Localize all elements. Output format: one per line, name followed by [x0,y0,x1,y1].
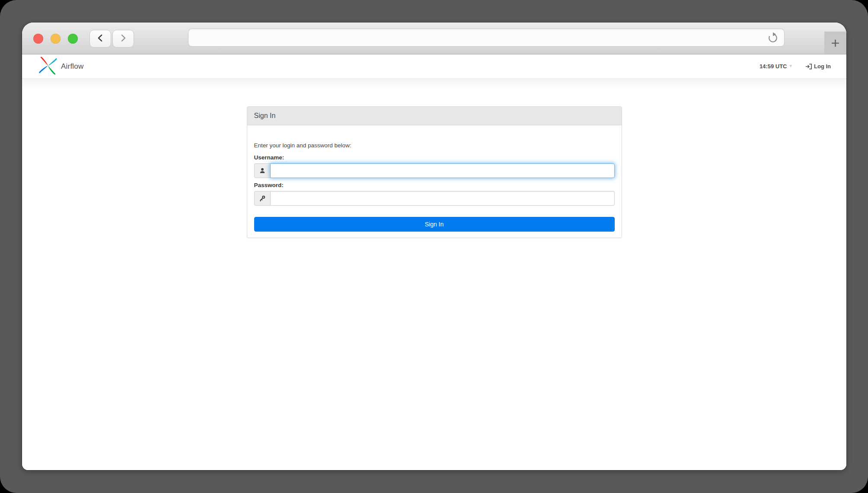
airflow-brand-link[interactable]: Airflow [38,57,83,76]
login-label: Log In [814,63,831,70]
signin-panel: Sign In Enter your login and password be… [247,106,622,238]
forward-button[interactable] [112,30,134,48]
password-label: Password: [254,182,615,188]
clock-dropdown[interactable]: 14:59 UTC ▾ [760,63,792,70]
refresh-button[interactable] [767,32,779,44]
sign-in-icon [805,63,813,70]
chevron-left-icon [96,33,105,45]
username-input[interactable] [270,163,615,178]
username-addon [254,163,270,178]
signin-intro-text: Enter your login and password below: [254,142,615,149]
chevron-right-icon [119,33,128,45]
desktop-background: + Airflow [0,0,868,493]
new-tab-button[interactable]: + [824,32,846,54]
browser-toolbar: + [22,22,846,54]
password-addon [254,191,270,206]
password-input[interactable] [270,191,615,206]
password-input-group [254,191,615,206]
url-input[interactable] [195,30,756,45]
address-bar[interactable] [188,29,785,47]
brand-label: Airflow [61,62,83,71]
airflow-logo-icon [38,57,58,76]
plus-icon: + [831,35,840,51]
clock-label: 14:59 UTC [760,63,787,70]
signin-panel-title: Sign In [254,112,276,119]
maximize-window-button[interactable] [68,34,78,44]
page-content: Sign In Enter your login and password be… [22,79,846,470]
close-window-button[interactable] [33,34,43,44]
nav-login-link[interactable]: Log In [805,63,831,70]
signin-button[interactable]: Sign In [254,217,615,232]
refresh-icon [767,39,779,45]
minimize-window-button[interactable] [51,34,61,44]
navbar-right: 14:59 UTC ▾ Log In [760,63,831,70]
back-button[interactable] [89,30,111,48]
username-input-group [254,163,615,178]
caret-down-icon: ▾ [789,63,792,69]
signin-panel-body: Enter your login and password below: Use… [247,125,622,238]
user-icon [259,167,266,174]
key-icon [259,195,266,202]
browser-window: + Airflow [22,22,846,470]
app-navbar: Airflow 14:59 UTC ▾ Log In [22,54,846,79]
username-label: Username: [254,154,615,161]
signin-panel-header: Sign In [247,107,622,125]
window-controls [33,34,78,44]
